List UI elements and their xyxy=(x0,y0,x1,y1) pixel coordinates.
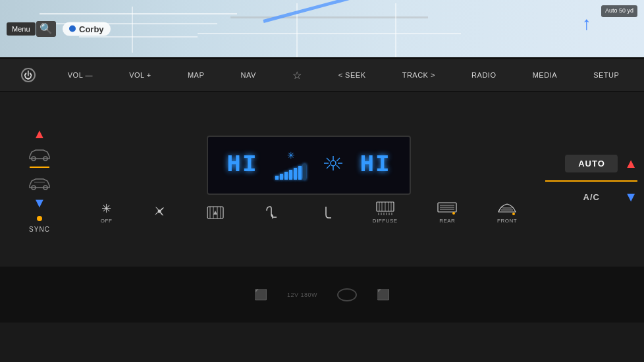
diffuse-label: DIFFUSE xyxy=(373,218,398,224)
vol-up-button[interactable]: VOL + xyxy=(125,68,155,82)
vent-face-button[interactable] xyxy=(207,206,224,219)
hdmi-port-container: ⬛ xyxy=(377,288,390,301)
front-label: FRONT xyxy=(497,218,517,224)
rear-defroster-button[interactable]: REAR xyxy=(437,201,457,224)
diffuse-icon xyxy=(376,201,394,216)
nav-menu-button[interactable]: Menu xyxy=(7,22,36,36)
vent-icon-display xyxy=(324,156,342,174)
svg-line-13 xyxy=(336,158,340,161)
car-upper-icon xyxy=(26,147,53,161)
climate-area: ▲ ▼ SYNC xyxy=(0,92,644,267)
track-next-button[interactable]: TRACK > xyxy=(398,68,439,82)
floor-vent-icon xyxy=(319,205,333,220)
search-icon: 🔍 xyxy=(40,22,53,35)
svg-point-31 xyxy=(452,212,455,215)
nav-map: Menu 🔍 Corby Auto 50 yd ↑ xyxy=(0,0,644,57)
fan-bar-7 xyxy=(303,164,306,180)
power-button[interactable]: ⏻ xyxy=(21,68,36,82)
svg-point-34 xyxy=(512,213,515,215)
svg-line-11 xyxy=(336,165,340,168)
fan-icon-btn xyxy=(152,204,167,219)
right-temp-indicator xyxy=(545,180,637,182)
floor-vent-button[interactable] xyxy=(319,205,333,220)
voltage-label: 12V 180W xyxy=(287,292,317,298)
climate-display: HI ✳ xyxy=(207,136,411,195)
nav-button[interactable]: NAV xyxy=(236,68,259,82)
vent-feet-icon xyxy=(263,205,279,220)
left-temp-up-button[interactable]: ▲ xyxy=(33,126,46,142)
nav-location-text: Corby xyxy=(79,24,104,34)
vol-down-button[interactable]: VOL — xyxy=(64,68,97,82)
diffuse-button[interactable]: DIFFUSE xyxy=(373,201,398,224)
fan-level-bars xyxy=(275,163,306,180)
fan-bar-6 xyxy=(298,166,302,180)
control-strip: ⏻ VOL — VOL + MAP NAV ☆ < SEEK TRACK > R… xyxy=(0,59,644,92)
car-icon-container xyxy=(26,147,53,190)
nav-search-button[interactable]: 🔍 xyxy=(36,21,56,37)
climate-center-zone: HI ✳ xyxy=(79,92,539,267)
rear-label: REAR xyxy=(439,218,455,224)
bottom-area: ⬛ 12V 180W ⬛ xyxy=(0,267,644,323)
wireless-port-container xyxy=(337,288,357,301)
svg-line-10 xyxy=(327,158,330,161)
sync-indicator xyxy=(37,216,42,221)
right-temp-display: HI xyxy=(360,151,390,178)
fan-bar-2 xyxy=(280,174,283,180)
svg-line-12 xyxy=(327,165,330,168)
front-defroster-button[interactable]: FRONT xyxy=(497,201,517,224)
front-defroster-icon xyxy=(497,201,517,216)
usb-icon: ⬛ xyxy=(254,288,267,301)
nav-location-bar[interactable]: Corby xyxy=(63,22,111,36)
car-lower-icon xyxy=(26,176,53,190)
power-icon: ⏻ xyxy=(24,70,33,80)
map-direction-arrow: ↑ xyxy=(582,13,591,34)
svg-marker-20 xyxy=(213,211,217,215)
left-temp-down-button[interactable]: ▼ xyxy=(33,195,46,211)
ac-button[interactable]: A/C xyxy=(565,192,618,202)
vent-face-icon xyxy=(207,206,224,219)
climate-function-buttons: ✳ OFF xyxy=(79,195,539,224)
radio-button[interactable]: RADIO xyxy=(468,68,500,82)
fan-off-label: OFF xyxy=(101,218,113,224)
usb-port-container: ⬛ xyxy=(254,288,267,301)
right-bottom-row: A/C ▼ xyxy=(545,190,637,205)
fan-button[interactable] xyxy=(152,204,167,220)
fan-icon: ✳ xyxy=(287,150,295,161)
fan-off-icon: ✳ xyxy=(101,201,111,216)
power-label-container: 12V 180W xyxy=(287,292,317,298)
auto-button[interactable]: AUTO xyxy=(565,155,618,172)
seek-prev-button[interactable]: < SEEK xyxy=(335,68,370,82)
hdmi-icon: ⬛ xyxy=(377,288,390,301)
right-top-row: AUTO ▲ xyxy=(545,155,637,172)
right-temp-down-button[interactable]: ▼ xyxy=(624,190,637,205)
rear-defroster-icon xyxy=(437,201,457,216)
fan-off-button[interactable]: ✳ OFF xyxy=(101,201,113,224)
setup-button[interactable]: SETUP xyxy=(589,68,623,82)
nav-auto-badge: Auto 50 yd xyxy=(601,5,637,17)
svg-point-5 xyxy=(331,161,336,166)
vent-feet-button[interactable] xyxy=(263,205,279,220)
fan-bar-4 xyxy=(289,170,292,180)
fan-bar-5 xyxy=(294,168,297,180)
right-temp-up-button[interactable]: ▲ xyxy=(624,156,637,171)
media-button[interactable]: MEDIA xyxy=(529,68,561,82)
left-temp-display: HI xyxy=(227,151,257,178)
map-button[interactable]: MAP xyxy=(184,68,208,82)
climate-left-zone: ▲ ▼ SYNC xyxy=(0,92,79,267)
fan-display: ✳ xyxy=(275,150,306,180)
fan-bar-1 xyxy=(275,176,279,180)
favorites-button[interactable]: ☆ xyxy=(288,66,306,84)
sync-label: SYNC xyxy=(29,226,50,233)
wireless-icon xyxy=(337,288,357,301)
location-dot xyxy=(69,26,76,32)
climate-right-zone: AUTO ▲ A/C ▼ xyxy=(539,92,644,267)
fan-bar-3 xyxy=(284,172,288,180)
nav-screen: Menu 🔍 Corby Auto 50 yd ↑ xyxy=(0,0,644,59)
